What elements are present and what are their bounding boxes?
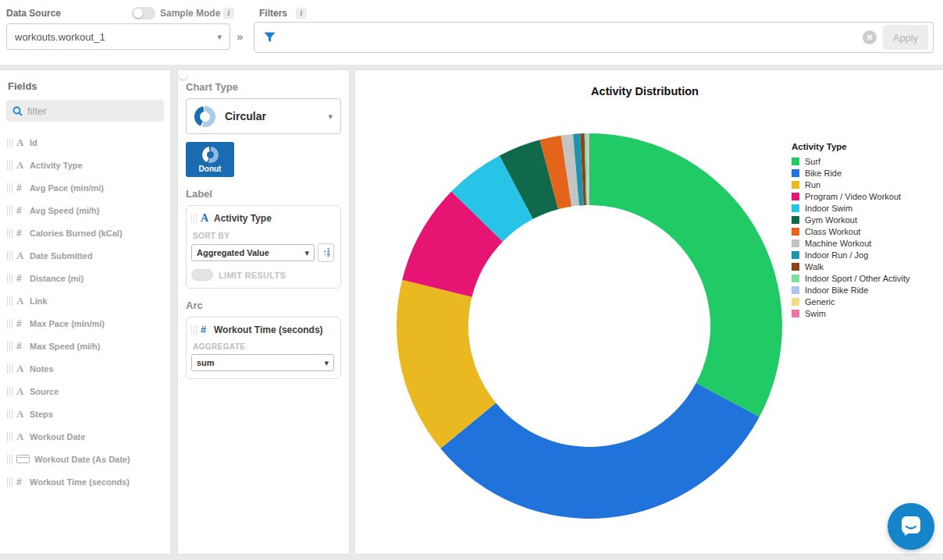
- sort-by-select[interactable]: Aggregated Value ▾: [191, 244, 315, 261]
- drag-handle-icon[interactable]: [7, 251, 12, 261]
- legend-label: Class Workout: [805, 227, 860, 236]
- drag-handle-icon[interactable]: [7, 296, 12, 306]
- drag-handle-icon[interactable]: [191, 214, 197, 223]
- filters-input[interactable]: ✕ Apply: [254, 22, 934, 53]
- collapse-chevron-icon[interactable]: »: [237, 30, 243, 43]
- legend-color-chip: [792, 181, 799, 189]
- legend-item[interactable]: Generic: [792, 296, 910, 307]
- legend-item[interactable]: Indoor Run / Jog: [792, 249, 910, 261]
- field-search-box[interactable]: [6, 100, 164, 122]
- drag-handle-icon[interactable]: [7, 455, 12, 464]
- field-label: Avg Pace (min/mi): [30, 183, 104, 193]
- legend-item[interactable]: Program / Video Workout: [792, 190, 910, 202]
- legend-color-chip: [792, 263, 799, 271]
- chevron-down-icon: ▾: [304, 248, 309, 258]
- limit-results-toggle[interactable]: [191, 269, 213, 281]
- legend-label: Surf: [805, 157, 820, 166]
- chat-launcher-button[interactable]: [888, 503, 934, 550]
- toggle-knob: [179, 71, 187, 80]
- legend-item[interactable]: Swim: [792, 307, 910, 319]
- drag-handle-icon[interactable]: [7, 274, 12, 283]
- field-item[interactable]: #Distance (mi): [0, 267, 170, 289]
- legend-label: Run: [805, 180, 820, 190]
- field-item[interactable]: #Calories Burned (kCal): [0, 222, 170, 244]
- drag-handle-icon[interactable]: [7, 364, 12, 374]
- sample-mode-toggle[interactable]: [132, 7, 155, 19]
- field-item[interactable]: AId: [0, 131, 170, 154]
- field-item[interactable]: #Max Pace (min/mi): [0, 312, 170, 335]
- number-type-icon: #: [16, 341, 30, 352]
- label-field-chip[interactable]: A Activity Type: [191, 212, 334, 225]
- field-item[interactable]: #Avg Pace (min/mi): [0, 176, 170, 199]
- legend-label: Indoor Sport / Other Activity: [805, 274, 910, 283]
- arc-field-card: # Workout Time (seconds) AGGREGATE sum ▾: [186, 317, 341, 379]
- sort-direction-button[interactable]: ↑ 1 9: [318, 243, 334, 262]
- drag-handle-icon[interactable]: [7, 409, 12, 419]
- legend-item[interactable]: Walk: [792, 261, 910, 272]
- legend-color-chip: [792, 158, 799, 165]
- field-label: Distance (mi): [30, 274, 84, 283]
- text-type-icon: A: [16, 250, 30, 262]
- legend-item[interactable]: Gym Workout: [792, 214, 910, 225]
- legend-item[interactable]: Indoor Sport / Other Activity: [792, 272, 910, 284]
- filters-info-icon[interactable]: i: [296, 8, 307, 19]
- legend-label: Program / Video Workout: [805, 192, 901, 201]
- drag-handle-icon[interactable]: [7, 161, 12, 170]
- field-item[interactable]: #Max Speed (mi/h): [0, 335, 170, 357]
- field-item[interactable]: Workout Date (As Date): [0, 448, 170, 470]
- text-type-icon: A: [16, 408, 30, 420]
- field-search-input[interactable]: [27, 105, 144, 117]
- legend-item[interactable]: Bike Ride: [792, 167, 910, 179]
- legend-item[interactable]: Indoor Swim: [792, 202, 910, 214]
- legend-color-chip: [792, 204, 799, 212]
- legend-title: Activity Type: [792, 142, 910, 151]
- aggregate-value: sum: [197, 358, 215, 367]
- field-item[interactable]: AWorkout Date: [0, 425, 170, 448]
- clear-filters-icon[interactable]: ✕: [863, 30, 877, 44]
- field-item[interactable]: ALink: [0, 289, 170, 312]
- donut-slice[interactable]: [589, 133, 782, 416]
- field-item[interactable]: #Workout Time (seconds): [0, 470, 170, 493]
- sample-mode-label: Sample Mode: [160, 8, 220, 19]
- legend-item[interactable]: Class Workout: [792, 225, 910, 237]
- field-item[interactable]: ASource: [0, 380, 170, 402]
- field-item[interactable]: AActivity Type: [0, 154, 170, 176]
- drag-handle-icon[interactable]: [7, 342, 12, 351]
- text-type-icon: A: [16, 431, 30, 443]
- drag-handle-icon[interactable]: [7, 229, 12, 238]
- donut-subtype-label: Donut: [199, 165, 222, 173]
- field-item[interactable]: ANotes: [0, 357, 170, 380]
- field-item[interactable]: ASteps: [0, 402, 170, 425]
- drag-handle-icon[interactable]: [7, 183, 12, 193]
- aggregate-select[interactable]: sum ▾: [191, 354, 334, 371]
- data-source-select[interactable]: workouts.workout_1 ▾: [6, 23, 230, 50]
- chat-bubble-icon: [899, 515, 923, 538]
- drag-handle-icon[interactable]: [7, 432, 12, 441]
- legend-color-chip: [792, 310, 799, 317]
- drag-handle-icon[interactable]: [7, 138, 12, 147]
- legend-label: Swim: [805, 309, 826, 318]
- apply-button[interactable]: Apply: [883, 25, 928, 50]
- toggle-knob: [133, 9, 143, 18]
- drag-handle-icon[interactable]: [7, 477, 12, 487]
- chevron-down-icon: ▾: [324, 358, 329, 368]
- legend-item[interactable]: Indoor Bike Ride: [792, 284, 910, 296]
- drag-handle-icon[interactable]: [7, 387, 12, 396]
- legend-item[interactable]: Run: [792, 179, 910, 190]
- chart-type-select[interactable]: Circular ▾: [186, 98, 341, 134]
- donut-subtype-button[interactable]: Donut: [186, 142, 234, 177]
- legend-label: Generic: [805, 297, 835, 307]
- legend-item[interactable]: Machine Workout: [792, 237, 910, 249]
- sort-by-label: SORT BY: [193, 232, 334, 240]
- legend-item[interactable]: Surf: [792, 155, 910, 167]
- sample-mode-info-icon[interactable]: i: [223, 8, 234, 19]
- field-item[interactable]: #Avg Speed (mi/h): [0, 199, 170, 222]
- arc-field-chip[interactable]: # Workout Time (seconds): [191, 324, 334, 335]
- fields-list: AIdAActivity Type#Avg Pace (min/mi)#Avg …: [0, 131, 170, 493]
- drag-handle-icon[interactable]: [191, 325, 197, 335]
- chevron-down-icon: ▾: [217, 32, 222, 42]
- drag-handle-icon[interactable]: [7, 206, 12, 215]
- field-item[interactable]: ADate Submitted: [0, 244, 170, 267]
- drag-handle-icon[interactable]: [7, 319, 12, 328]
- label-field-name: Activity Type: [214, 213, 272, 224]
